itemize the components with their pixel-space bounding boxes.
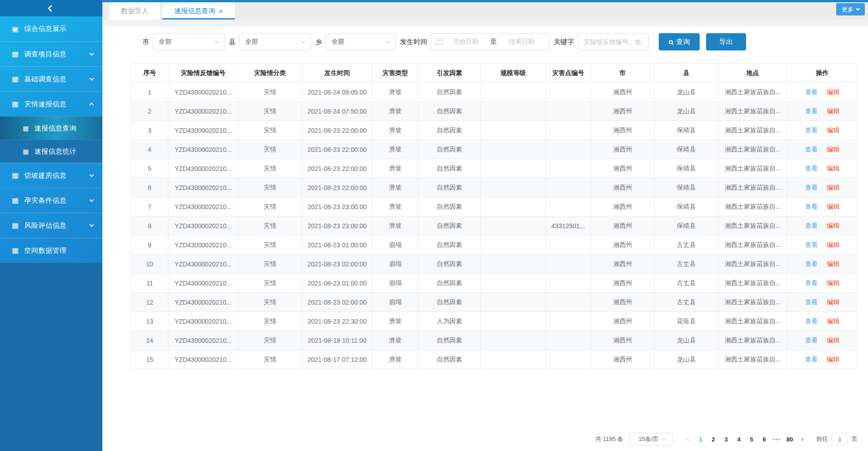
sidebar-item-1[interactable]: ▦调查项目信息 <box>0 41 102 66</box>
page-number-80[interactable]: 80 <box>783 436 796 443</box>
cell-operations: 查看编辑 <box>787 102 858 121</box>
sidebar-collapse-button[interactable] <box>0 0 102 16</box>
page-size-select[interactable]: 15条/页 <box>630 433 673 446</box>
sidebar-item-0[interactable]: ▣综合信息展示 <box>0 16 102 41</box>
edit-link[interactable]: 编辑 <box>827 222 840 229</box>
prev-page-button[interactable]: ‹ <box>681 435 694 443</box>
keyword-input[interactable] <box>578 33 649 50</box>
cell-factor: 自然因素 <box>419 178 481 197</box>
sidebar-item-3[interactable]: ▦灾情速报信息 <box>0 91 102 116</box>
query-button[interactable]: 查询 <box>659 33 700 50</box>
page-number-5[interactable]: 5 <box>745 436 758 443</box>
cell-feedback_id: YZD43000020210... <box>168 350 238 369</box>
edit-link[interactable]: 编辑 <box>827 317 840 325</box>
view-link[interactable]: 查看 <box>805 298 818 306</box>
edit-link[interactable]: 编辑 <box>827 260 840 267</box>
page-number-4[interactable]: 4 <box>732 436 745 443</box>
date-range-picker[interactable]: 开始日期 至 结束日期 <box>431 33 550 50</box>
goto-page-input[interactable] <box>832 433 848 446</box>
view-link[interactable]: 查看 <box>805 336 818 344</box>
edit-link[interactable]: 编辑 <box>827 165 840 172</box>
sidebar: ▣综合信息展示▦调查项目信息▦基础调查信息▦灾情速报信息▦速报信息查询▦速报信息… <box>0 0 102 451</box>
page-number-2[interactable]: 2 <box>707 436 720 443</box>
edit-link[interactable]: 编辑 <box>827 184 840 191</box>
cell-point_id <box>546 274 591 293</box>
goto-page-suffix: 页 <box>852 435 858 443</box>
edit-link[interactable]: 编辑 <box>827 298 840 306</box>
cell-city: 湘西州 <box>591 197 655 216</box>
sidebar-item-2[interactable]: ▦基础调查信息 <box>0 66 102 91</box>
view-link[interactable]: 查看 <box>805 126 818 134</box>
cell-location: 湘西土家族苗族自... <box>718 159 787 178</box>
view-link[interactable]: 查看 <box>805 107 818 115</box>
table-icon: ▦ <box>12 75 19 83</box>
more-button[interactable]: 更多 <box>836 3 865 15</box>
cell-city: 湘西州 <box>591 350 655 369</box>
view-link[interactable]: 查看 <box>805 184 818 191</box>
edit-link[interactable]: 编辑 <box>827 336 840 344</box>
cell-time: 2021-08-23 01:00:00 <box>302 274 373 293</box>
tab-label: 速报信息查询 <box>174 7 215 15</box>
view-link[interactable]: 查看 <box>805 165 818 172</box>
cell-feedback_id: YZD43000020210... <box>168 274 238 293</box>
view-link[interactable]: 查看 <box>805 356 818 363</box>
tab-1[interactable]: 速报信息查询× <box>162 2 235 20</box>
cell-feedback_id: YZD43000020210... <box>168 293 238 312</box>
cell-city: 湘西州 <box>591 121 655 140</box>
pagination-total: 共 1195 条 <box>595 435 623 443</box>
city-select[interactable]: 全部 <box>153 33 225 50</box>
view-link[interactable]: 查看 <box>805 279 818 286</box>
table-wrapper: 序号灾险情反馈编号灾险情分类发生时间灾害类型引发因素规模等级灾害点编号市县地点操… <box>131 63 858 369</box>
view-link[interactable]: 查看 <box>805 260 818 267</box>
page-number-6[interactable]: 6 <box>758 436 771 443</box>
results-table: 序号灾险情反馈编号灾险情分类发生时间灾害类型引发因素规模等级灾害点编号市县地点操… <box>131 63 858 369</box>
view-link[interactable]: 查看 <box>805 317 818 325</box>
cell-point_id <box>546 331 591 350</box>
cell-operations: 查看编辑 <box>787 331 858 350</box>
cell-scale <box>481 216 546 236</box>
page-number-3[interactable]: 3 <box>720 436 732 443</box>
cell-point_id <box>546 121 591 140</box>
edit-link[interactable]: 编辑 <box>827 107 840 115</box>
sidebar-item-4[interactable]: ▦速报信息查询 <box>0 116 102 140</box>
cell-county: 保靖县 <box>655 178 718 197</box>
main-area: 数据导入速报信息查询× 更多 市 全部 县 全部 乡 <box>102 0 868 451</box>
view-link[interactable]: 查看 <box>805 241 818 248</box>
cell-operations: 查看编辑 <box>787 350 858 369</box>
edit-link[interactable]: 编辑 <box>827 356 840 363</box>
edit-link[interactable]: 编辑 <box>827 279 840 286</box>
view-link[interactable]: 查看 <box>805 88 818 95</box>
town-select[interactable]: 全部 <box>326 33 396 50</box>
sidebar-item-6[interactable]: ▦切坡建房信息 <box>0 163 102 188</box>
county-select[interactable]: 全部 <box>239 33 311 50</box>
edit-link[interactable]: 编辑 <box>827 88 840 95</box>
edit-link[interactable]: 编辑 <box>827 126 840 134</box>
cell-time: 2021-08-23 22:00:00 <box>302 178 373 197</box>
sidebar-item-5[interactable]: ▦速报信息统计 <box>0 140 102 163</box>
content-gap <box>102 20 868 26</box>
view-link[interactable]: 查看 <box>805 203 818 210</box>
view-link[interactable]: 查看 <box>805 222 818 229</box>
sidebar-item-8[interactable]: ▦风险评估信息 <box>0 213 102 238</box>
cell-location: 湘西土家族苗族自... <box>718 140 787 159</box>
chevron-down-icon <box>856 7 860 10</box>
next-page-button[interactable]: › <box>796 435 809 443</box>
page-number-1[interactable]: 1 <box>694 436 707 443</box>
sidebar-item-7[interactable]: ▦孕灾条件信息 <box>0 188 102 213</box>
edit-link[interactable]: 编辑 <box>827 241 840 248</box>
chevron-down-icon <box>386 39 389 43</box>
chevron-down-icon <box>215 39 218 43</box>
cell-category: 灾情 <box>238 102 302 121</box>
edit-link[interactable]: 编辑 <box>827 145 840 153</box>
cell-time: 2021-08-23 22:30:00 <box>302 312 373 331</box>
cell-county: 保靖县 <box>655 140 718 159</box>
sidebar-item-9[interactable]: ▦空间数据管理 <box>0 238 102 263</box>
edit-link[interactable]: 编辑 <box>827 203 840 210</box>
tab-close-icon[interactable]: × <box>219 8 223 15</box>
column-header-11: 操作 <box>787 64 858 83</box>
tab-0[interactable]: 数据导入 <box>109 2 160 20</box>
view-link[interactable]: 查看 <box>805 145 818 153</box>
export-button[interactable]: 导出 <box>706 33 746 50</box>
cell-type: 崩塌 <box>373 293 419 312</box>
cell-county: 花垣县 <box>655 312 718 331</box>
